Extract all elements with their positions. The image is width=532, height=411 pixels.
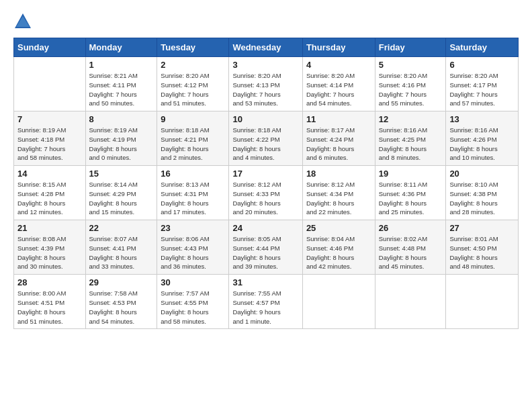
day-cell: 27Sunrise: 8:01 AM Sunset: 4:50 PM Dayli…: [446, 220, 519, 275]
day-cell: 28Sunrise: 8:00 AM Sunset: 4:51 PM Dayli…: [14, 275, 86, 329]
day-info: Sunrise: 8:20 AM Sunset: 4:17 PM Dayligh…: [449, 71, 515, 108]
day-number: 9: [161, 114, 225, 124]
day-cell: [446, 275, 519, 329]
day-number: 11: [306, 114, 371, 124]
week-row-2: 7Sunrise: 8:19 AM Sunset: 4:18 PM Daylig…: [14, 111, 519, 166]
day-number: 27: [449, 223, 515, 233]
day-info: Sunrise: 8:10 AM Sunset: 4:38 PM Dayligh…: [449, 180, 515, 217]
day-cell: [302, 275, 375, 329]
day-cell: 4Sunrise: 8:20 AM Sunset: 4:14 PM Daylig…: [302, 57, 375, 111]
week-row-3: 14Sunrise: 8:15 AM Sunset: 4:28 PM Dayli…: [14, 166, 519, 220]
day-number: 6: [449, 60, 515, 70]
day-number: 21: [17, 223, 82, 233]
day-info: Sunrise: 8:21 AM Sunset: 4:11 PM Dayligh…: [89, 71, 154, 108]
day-cell: 18Sunrise: 8:12 AM Sunset: 4:34 PM Dayli…: [302, 166, 375, 220]
day-cell: 8Sunrise: 8:19 AM Sunset: 4:19 PM Daylig…: [85, 111, 157, 166]
day-number: 30: [161, 277, 225, 287]
weekday-header-thursday: Thursday: [302, 38, 375, 57]
weekday-header-saturday: Saturday: [446, 38, 519, 57]
day-number: 16: [161, 169, 225, 179]
day-cell: 9Sunrise: 8:18 AM Sunset: 4:21 PM Daylig…: [157, 111, 229, 166]
day-number: 1: [89, 60, 154, 70]
day-number: 17: [232, 169, 298, 179]
day-number: 25: [306, 223, 371, 233]
day-info: Sunrise: 8:16 AM Sunset: 4:25 PM Dayligh…: [379, 126, 443, 163]
day-cell: 20Sunrise: 8:10 AM Sunset: 4:38 PM Dayli…: [446, 166, 519, 220]
day-info: Sunrise: 8:06 AM Sunset: 4:43 PM Dayligh…: [161, 234, 225, 271]
day-info: Sunrise: 8:02 AM Sunset: 4:48 PM Dayligh…: [379, 234, 443, 271]
day-info: Sunrise: 8:05 AM Sunset: 4:44 PM Dayligh…: [232, 234, 298, 271]
weekday-header-tuesday: Tuesday: [157, 38, 229, 57]
day-number: 4: [306, 60, 371, 70]
day-info: Sunrise: 8:01 AM Sunset: 4:50 PM Dayligh…: [449, 234, 515, 271]
day-number: 26: [379, 223, 443, 233]
header: [13, 12, 519, 31]
day-info: Sunrise: 8:15 AM Sunset: 4:28 PM Dayligh…: [17, 180, 82, 217]
day-cell: 19Sunrise: 8:11 AM Sunset: 4:36 PM Dayli…: [375, 166, 446, 220]
weekday-header-sunday: Sunday: [14, 38, 86, 57]
day-info: Sunrise: 8:14 AM Sunset: 4:29 PM Dayligh…: [89, 180, 154, 217]
day-cell: 12Sunrise: 8:16 AM Sunset: 4:25 PM Dayli…: [375, 111, 446, 166]
day-number: 5: [379, 60, 443, 70]
day-cell: 31Sunrise: 7:55 AM Sunset: 4:57 PM Dayli…: [229, 275, 302, 329]
day-number: 14: [17, 169, 82, 179]
day-cell: 3Sunrise: 8:20 AM Sunset: 4:13 PM Daylig…: [229, 57, 302, 111]
day-number: 24: [232, 223, 298, 233]
day-number: 7: [17, 114, 82, 124]
day-info: Sunrise: 8:04 AM Sunset: 4:46 PM Dayligh…: [306, 234, 371, 271]
day-cell: 30Sunrise: 7:57 AM Sunset: 4:55 PM Dayli…: [157, 275, 229, 329]
day-info: Sunrise: 8:08 AM Sunset: 4:39 PM Dayligh…: [17, 234, 82, 271]
day-number: 3: [232, 60, 298, 70]
day-info: Sunrise: 8:20 AM Sunset: 4:12 PM Dayligh…: [161, 71, 225, 108]
day-cell: 25Sunrise: 8:04 AM Sunset: 4:46 PM Dayli…: [302, 220, 375, 275]
day-number: 2: [161, 60, 225, 70]
day-cell: 10Sunrise: 8:18 AM Sunset: 4:22 PM Dayli…: [229, 111, 302, 166]
day-cell: 16Sunrise: 8:13 AM Sunset: 4:31 PM Dayli…: [157, 166, 229, 220]
weekday-header-wednesday: Wednesday: [229, 38, 302, 57]
day-info: Sunrise: 8:11 AM Sunset: 4:36 PM Dayligh…: [379, 180, 443, 217]
day-info: Sunrise: 8:18 AM Sunset: 4:21 PM Dayligh…: [161, 126, 225, 163]
svg-marker-1: [16, 16, 30, 27]
day-cell: 13Sunrise: 8:16 AM Sunset: 4:26 PM Dayli…: [446, 111, 519, 166]
week-row-4: 21Sunrise: 8:08 AM Sunset: 4:39 PM Dayli…: [14, 220, 519, 275]
day-cell: 23Sunrise: 8:06 AM Sunset: 4:43 PM Dayli…: [157, 220, 229, 275]
day-info: Sunrise: 8:16 AM Sunset: 4:26 PM Dayligh…: [449, 126, 515, 163]
day-number: 22: [89, 223, 154, 233]
day-info: Sunrise: 8:19 AM Sunset: 4:19 PM Dayligh…: [89, 126, 154, 163]
day-number: 31: [232, 277, 298, 287]
day-cell: 5Sunrise: 8:20 AM Sunset: 4:16 PM Daylig…: [375, 57, 446, 111]
day-cell: 29Sunrise: 7:58 AM Sunset: 4:53 PM Dayli…: [85, 275, 157, 329]
day-number: 23: [161, 223, 225, 233]
day-info: Sunrise: 8:00 AM Sunset: 4:51 PM Dayligh…: [17, 289, 82, 326]
day-number: 20: [449, 169, 515, 179]
day-number: 29: [89, 277, 154, 287]
logo-icon: [13, 12, 32, 31]
day-cell: 21Sunrise: 8:08 AM Sunset: 4:39 PM Dayli…: [14, 220, 86, 275]
calendar-page: SundayMondayTuesdayWednesdayThursdayFrid…: [0, 0, 532, 341]
weekday-header-monday: Monday: [85, 38, 157, 57]
day-info: Sunrise: 7:55 AM Sunset: 4:57 PM Dayligh…: [232, 289, 298, 326]
day-number: 19: [379, 169, 443, 179]
day-cell: 11Sunrise: 8:17 AM Sunset: 4:24 PM Dayli…: [302, 111, 375, 166]
day-info: Sunrise: 7:57 AM Sunset: 4:55 PM Dayligh…: [161, 289, 225, 326]
day-cell: 26Sunrise: 8:02 AM Sunset: 4:48 PM Dayli…: [375, 220, 446, 275]
day-cell: 15Sunrise: 8:14 AM Sunset: 4:29 PM Dayli…: [85, 166, 157, 220]
day-info: Sunrise: 8:12 AM Sunset: 4:33 PM Dayligh…: [232, 180, 298, 217]
day-number: 15: [89, 169, 154, 179]
day-cell: 24Sunrise: 8:05 AM Sunset: 4:44 PM Dayli…: [229, 220, 302, 275]
day-number: 18: [306, 169, 371, 179]
day-number: 12: [379, 114, 443, 124]
day-info: Sunrise: 8:12 AM Sunset: 4:34 PM Dayligh…: [306, 180, 371, 217]
day-cell: 2Sunrise: 8:20 AM Sunset: 4:12 PM Daylig…: [157, 57, 229, 111]
week-row-5: 28Sunrise: 8:00 AM Sunset: 4:51 PM Dayli…: [14, 275, 519, 329]
day-info: Sunrise: 8:20 AM Sunset: 4:14 PM Dayligh…: [306, 71, 371, 108]
day-info: Sunrise: 8:18 AM Sunset: 4:22 PM Dayligh…: [232, 126, 298, 163]
weekday-header-friday: Friday: [375, 38, 446, 57]
day-cell: [375, 275, 446, 329]
day-number: 28: [17, 277, 82, 287]
day-info: Sunrise: 8:19 AM Sunset: 4:18 PM Dayligh…: [17, 126, 82, 163]
day-cell: [14, 57, 86, 111]
day-cell: 14Sunrise: 8:15 AM Sunset: 4:28 PM Dayli…: [14, 166, 86, 220]
day-number: 8: [89, 114, 154, 124]
day-info: Sunrise: 8:07 AM Sunset: 4:41 PM Dayligh…: [89, 234, 154, 271]
